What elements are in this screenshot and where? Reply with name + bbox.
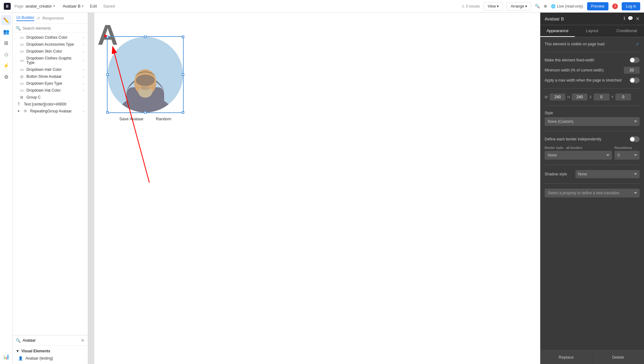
min-width-label: Minimum width (% of current width) [545,68,621,72]
selection-handle-bl[interactable] [106,111,109,114]
canvas-area[interactable]: A [88,13,540,364]
sidebar-item-layers[interactable]: ⊞ [1,38,11,48]
list-item[interactable]: ▭ Dropdown Accessories Type → [13,41,88,48]
bottom-search-input[interactable] [23,338,79,343]
min-width-input[interactable] [624,67,640,74]
page-chevron: ▾ [53,4,55,8]
main-layout: ✏️ 👥 ⊞ ◇ ⚡ ⚙ 📊 UI Builder ↺ Responsive 🔍… [0,13,644,364]
arrow-icon: → [82,59,85,62]
element-icon: ◎ [20,74,25,79]
section-header[interactable]: ▼ Visual Elements [16,348,85,355]
element-search-input[interactable] [23,26,85,31]
max-width-row: Apply a max width when the page is stret… [545,77,640,83]
selection-handle-tr[interactable] [182,36,184,38]
roundness-dropdown[interactable]: 0 5 10 [614,151,640,160]
shadow-style-dropdown[interactable]: None Light Medium Heavy [575,170,640,178]
info-icon[interactable]: ℹ [624,16,625,22]
visible-on-load-label: This element is visible on page load [545,42,633,46]
height-input[interactable] [572,94,587,100]
svg-point-6 [141,86,150,90]
tab-conditional[interactable]: Conditional [609,25,644,37]
element-search-bar: 🔍 [13,24,88,33]
arrow-icon: → [82,82,85,85]
selection-handle-br[interactable] [182,111,184,114]
list-item[interactable]: ⊞ Group C [13,94,88,101]
search-result-item[interactable]: 👤 Avataar (testing) [16,355,85,362]
visible-checkmark[interactable]: ✓ [636,41,640,47]
page-label: Page: [14,4,24,9]
preview-button[interactable]: Preview [587,2,609,10]
close-panel-icon[interactable]: ✕ [636,16,640,22]
selection-handle-tc[interactable] [144,36,147,38]
close-button[interactable]: ✕ [81,338,85,343]
roundness-col: Roundness 0 5 10 [614,146,640,160]
x-input[interactable] [594,94,609,100]
tab-selector[interactable]: Avataar B ▾ [63,4,84,9]
sidebar-item-settings[interactable]: ⚙ [1,72,11,82]
bottom-actions: Replace Delete [540,350,644,364]
list-item[interactable]: ▭ Dropdown Hat Color → [13,87,88,94]
selection-handle-mr[interactable] [182,73,184,76]
width-input[interactable] [550,94,565,100]
roundness-label: Roundness [614,146,640,150]
svg-marker-0 [104,34,108,37]
edit-button[interactable]: Edit [87,4,99,9]
list-item[interactable]: ▭ Dropdown Eyes Type → [13,80,88,87]
arrange-button[interactable]: Arrange ▾ [507,2,531,10]
login-button[interactable]: Log in [622,2,640,10]
fixed-width-toggle[interactable] [630,57,640,63]
user-icon: 👤 [18,356,23,361]
save-avataar-button[interactable]: Save Avataar [119,117,143,121]
page-selector[interactable]: Page: avatar_creator ▾ [14,4,55,9]
sidebar-item-plugins[interactable]: ⚡ [1,60,11,71]
arrow-icon: → [82,75,85,78]
delete-button[interactable]: Delete [592,350,644,364]
sidebar-item-users[interactable]: 👥 [1,26,11,37]
list-item[interactable]: ▭ Dropdown Clothes Color → [13,34,88,41]
y-input[interactable] [615,94,631,100]
search-icon-2[interactable]: ⊕ [544,4,547,9]
list-item[interactable]: ▭ Dropdown Clothes Graphic Type → [13,55,88,66]
notification-badge[interactable]: 3 [612,3,618,9]
element-icon: T [18,102,22,106]
w-label: W [545,95,548,99]
expand-icon: ▾ [18,109,22,113]
element-icon: ▭ [20,88,25,93]
max-width-toggle[interactable] [630,77,640,83]
arrow-indicator [104,34,108,38]
tab-appearance[interactable]: Appearance [540,25,575,37]
search-icon[interactable]: 🔍 [535,4,540,9]
element-icon: ▭ [20,67,25,72]
border-style-dropdown[interactable]: None Solid Dashed Dotted [545,151,612,160]
panel-title-icons: ℹ 💬 ✕ [624,16,640,22]
tab-layout[interactable]: Layout [575,25,609,37]
sidebar-item-analytics[interactable]: 📊 [1,351,11,361]
border-independent-toggle[interactable] [630,136,640,142]
comment-icon[interactable]: 💬 [628,16,633,22]
selected-element-container[interactable]: Save Avataar Random [107,36,184,124]
min-width-row: Minimum width (% of current width) [545,67,640,74]
tab-responsive[interactable]: Responsive [42,16,64,20]
replace-button[interactable]: Replace [540,350,592,364]
transition-dropdown[interactable]: Select a property to define a new transi… [545,189,640,197]
section-title: Visual Elements [21,349,50,353]
style-dropdown[interactable]: None (Custom) Custom [545,117,640,126]
list-item[interactable]: ◎ Button Show Avataar → [13,73,88,80]
list-item[interactable]: ▭ Dropdown Hair Color → [13,66,88,73]
random-button[interactable]: Random [156,117,171,121]
selection-handle-ml[interactable] [106,73,109,76]
divider [545,52,640,52]
sidebar-item-edit[interactable]: ✏️ [1,15,11,25]
list-item[interactable]: T Text [center][color=#0000 [13,101,88,108]
list-item[interactable]: ▭ Dropdown Skin Color → [13,48,88,55]
visual-elements-section: ▼ Visual Elements 👤 Avataar (testing) [13,346,88,364]
list-item[interactable]: ▾ ⟳ RepeatingGroup Avataar → [13,108,88,115]
panel-title: Avataar B [545,16,624,21]
selection-handle-bc[interactable] [144,111,147,114]
panel-titlebar: Avataar B ℹ 💬 ✕ [540,13,644,25]
tab-ui-builder[interactable]: UI Builder [16,15,34,21]
view-button[interactable]: View ▾ [484,2,503,10]
arrow-icon: → [82,49,85,53]
element-panel: UI Builder ↺ Responsive 🔍 ▭ Dropdown Clo… [13,13,88,364]
sidebar-item-shapes[interactable]: ◇ [1,49,11,59]
